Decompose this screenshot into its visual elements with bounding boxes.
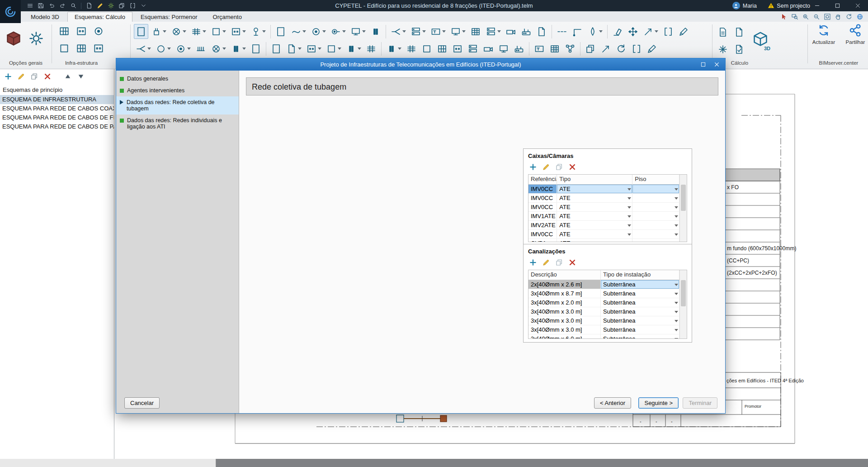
- schema-list-item[interactable]: ESQUEMA PARA REDE DE CABOS COAXIAIS S: [0, 104, 114, 113]
- caixa-ref-cell[interactable]: IMV0CC: [528, 230, 557, 238]
- canal-desc-cell[interactable]: 2x[40Ømm x 2.6 m]: [528, 280, 601, 289]
- camera-tool[interactable]: [504, 24, 518, 39]
- rack-unit-icon[interactable]: [74, 41, 89, 56]
- crossing-tool[interactable]: [134, 41, 153, 56]
- canal-tipo-select[interactable]: Subterrânea: [601, 325, 679, 334]
- comb-duct-tool[interactable]: [193, 41, 208, 56]
- canal-desc-cell[interactable]: 3x[40Ømm x 3.0 m]: [528, 307, 601, 316]
- network-tool[interactable]: [563, 41, 577, 56]
- vertical-scrollbar[interactable]: [679, 270, 687, 338]
- caixa-ref-cell[interactable]: IMV1ATE: [528, 212, 557, 220]
- add-schema-icon[interactable]: [3, 71, 13, 81]
- report-icon[interactable]: [732, 25, 746, 40]
- mailbox-tool[interactable]: [284, 41, 303, 56]
- cabinet-rack-icon[interactable]: [57, 24, 72, 39]
- caixa-piso-select[interactable]: [632, 194, 679, 202]
- share-button[interactable]: Partilhar: [843, 23, 868, 45]
- junction-unit-icon[interactable]: [91, 41, 106, 56]
- caixa-piso-select[interactable]: [632, 185, 679, 193]
- wall-box-icon[interactable]: [74, 24, 89, 39]
- outlet-tool[interactable]: [309, 24, 328, 39]
- cable-drum-icon[interactable]: [91, 24, 106, 39]
- zoom-search-icon[interactable]: [69, 1, 78, 10]
- app-menu-icon[interactable]: [25, 1, 34, 10]
- router-tool[interactable]: [519, 24, 533, 39]
- junction-sphere-tool[interactable]: [169, 24, 188, 39]
- select-arrow-icon[interactable]: [779, 12, 788, 21]
- dialog-close-button[interactable]: [710, 59, 723, 70]
- wizard-step-3[interactable]: Dados das redes: Rede coletiva de tubage…: [116, 96, 239, 114]
- list-symbol-tool[interactable]: [404, 41, 419, 56]
- canal-tipo-select[interactable]: Subterrânea: [601, 334, 679, 339]
- tab-esquemas-c-lculo[interactable]: Esquemas: Cálculo: [67, 12, 132, 22]
- coax-outlet-tool[interactable]: [329, 24, 348, 39]
- caixa-row[interactable]: IMV1ATEATE: [528, 212, 679, 221]
- dashed-line-tool[interactable]: [555, 24, 569, 39]
- copy-caixa-icon[interactable]: [554, 162, 564, 172]
- server-rack-tool[interactable]: [466, 41, 480, 56]
- canal-row[interactable]: 2x[40Ømm x 2.6 m]Subterrânea: [528, 280, 679, 289]
- move-tool[interactable]: [626, 24, 640, 39]
- floor-box-icon[interactable]: [57, 41, 72, 56]
- move-up-icon[interactable]: [63, 71, 73, 81]
- zoom-out-icon[interactable]: [811, 12, 821, 21]
- general-options-gear-icon[interactable]: [26, 24, 46, 53]
- annotate-tool[interactable]: [676, 24, 691, 39]
- canal-tipo-select[interactable]: Subterrânea: [601, 298, 679, 307]
- distribution-frame-tool[interactable]: [189, 24, 208, 39]
- dialog-maximize-button[interactable]: [696, 59, 710, 70]
- group-tool[interactable]: [629, 41, 644, 56]
- caixa-ref-cell[interactable]: IMV0CC: [528, 194, 557, 202]
- grid-symbol-tool[interactable]: [364, 41, 378, 56]
- schema-list-item[interactable]: ESQUEMA PARA REDE DE CABOS DE FIBRA Ó: [0, 113, 114, 122]
- delete-schema-icon[interactable]: [42, 71, 52, 81]
- canal-desc-cell[interactable]: 3x[40Ømm x 3.0 m]: [528, 316, 601, 325]
- zoom-window-icon[interactable]: [790, 12, 799, 21]
- check-model-icon[interactable]: [732, 42, 746, 57]
- caixa-tipo-select[interactable]: ATE: [557, 212, 632, 220]
- user-chip[interactable]: Maria: [732, 0, 757, 11]
- tab-modelo-3d[interactable]: Modelo 3D: [24, 12, 66, 22]
- canal-tipo-select[interactable]: Subterrânea: [601, 316, 679, 325]
- canal-desc-cell[interactable]: 3x[40Ømm x 6.0 m]: [528, 334, 601, 339]
- minimize-button[interactable]: [807, 0, 827, 11]
- canal-desc-cell[interactable]: 3x[40Ømm x 3.0 m]: [528, 325, 601, 334]
- caixa-piso-select[interactable]: [632, 203, 679, 211]
- caixa-row[interactable]: IMV0CCATE: [528, 230, 679, 239]
- view-3d-icon[interactable]: 3D: [750, 24, 771, 55]
- column-header[interactable]: Descrição: [528, 270, 601, 280]
- column-header[interactable]: Referência: [528, 175, 557, 184]
- drop-point-tool[interactable]: [585, 24, 604, 39]
- edit-canal-icon[interactable]: [541, 257, 551, 267]
- caixa-row[interactable]: IMV0CCATE: [528, 203, 679, 212]
- canal-tipo-select[interactable]: Subterrânea: [601, 307, 679, 316]
- cancel-button[interactable]: Cancelar: [124, 397, 160, 409]
- column-header[interactable]: Piso: [632, 175, 679, 184]
- wizard-step-1[interactable]: Datos generales: [116, 73, 239, 85]
- canal-tipo-select[interactable]: Subterrânea: [601, 289, 679, 298]
- zoom-in-icon[interactable]: [801, 12, 810, 21]
- schema-list-item[interactable]: ESQUEMA DE INFRAESTRUTURA: [0, 95, 114, 104]
- eraser-tool[interactable]: [610, 24, 625, 39]
- add-caixa-icon[interactable]: [528, 162, 538, 172]
- canal-tipo-select[interactable]: Subterrânea: [601, 280, 679, 289]
- caixa-tipo-select[interactable]: ATE: [557, 194, 632, 202]
- bars-pair-tool[interactable]: [384, 41, 403, 56]
- project-warning[interactable]: Sem projecto: [768, 0, 810, 11]
- redo-icon[interactable]: [58, 1, 67, 10]
- caixa-row[interactable]: IMV2ATEATE: [528, 221, 679, 230]
- canal-desc-cell[interactable]: 3x[40Ømm x 2.0 m]: [528, 298, 601, 307]
- rotate-tool[interactable]: [614, 41, 628, 56]
- column-header[interactable]: Tipo de instalação: [601, 270, 679, 280]
- qat-menu-icon[interactable]: [139, 1, 148, 10]
- copy-tool[interactable]: [583, 41, 598, 56]
- caixa-tipo-select[interactable]: ATE: [557, 203, 632, 211]
- caixa-piso-select[interactable]: [632, 239, 679, 242]
- caixa-row[interactable]: IMV0CCATE: [528, 185, 679, 194]
- tv-outlet-tool[interactable]: [349, 24, 368, 39]
- canal-row[interactable]: 3x[40Ømm x 6.0 m]Subterrânea: [528, 334, 679, 339]
- equipment-rack-tool[interactable]: [468, 24, 483, 39]
- large-enclosure-tool[interactable]: [274, 24, 288, 39]
- copy-icon[interactable]: [117, 1, 126, 10]
- cypetel-app-icon[interactable]: [4, 24, 24, 53]
